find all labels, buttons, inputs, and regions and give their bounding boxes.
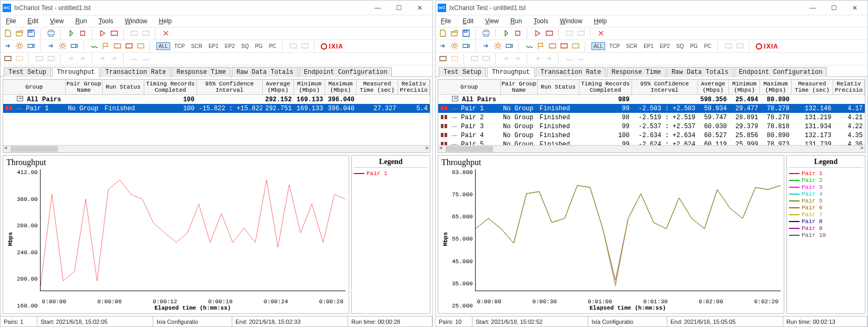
g10-icon[interactable]	[142, 54, 151, 64]
filter-tcp[interactable]: TCP	[607, 42, 622, 50]
menu-edit[interactable]: Edit	[461, 16, 475, 26]
menu-help[interactable]: Help	[158, 16, 173, 26]
filter-sq[interactable]: SQ	[674, 42, 686, 50]
horizontal-scrollbar[interactable]	[3, 145, 430, 152]
col-header[interactable]: 95% ConfidenceInterval	[197, 80, 263, 94]
g5-icon[interactable]	[67, 54, 76, 64]
filter-all[interactable]: ALL	[156, 42, 170, 50]
tab-response-time[interactable]: Response Time	[607, 67, 666, 77]
endpoint-icon[interactable]	[58, 42, 68, 51]
col-header[interactable]: Average(Mbps)	[263, 80, 294, 94]
new-icon[interactable]	[4, 29, 13, 39]
maximize-button[interactable]: ☐	[823, 2, 844, 14]
edit-icon[interactable]	[90, 42, 100, 51]
minimize-button[interactable]: —	[367, 2, 388, 14]
legend-item[interactable]: Pair 1	[789, 170, 863, 177]
extra1-icon[interactable]	[724, 42, 734, 51]
open-icon[interactable]	[15, 29, 25, 39]
clear-icon[interactable]	[597, 29, 606, 39]
run-icon[interactable]	[502, 29, 511, 39]
extra2-icon[interactable]	[736, 42, 745, 51]
flag-icon[interactable]	[537, 42, 546, 51]
g6-icon[interactable]	[514, 54, 523, 64]
menu-window[interactable]: Window	[124, 16, 149, 26]
info-icon[interactable]	[136, 42, 146, 51]
menu-tools[interactable]: Tools	[97, 16, 114, 26]
settings-icon[interactable]	[450, 42, 460, 51]
legend-item[interactable]: Pair 2	[789, 177, 863, 184]
filter-pg[interactable]: PG	[253, 42, 264, 50]
monitor-icon[interactable]	[27, 42, 36, 51]
legend-item[interactable]: Pair 8	[789, 218, 863, 225]
tab-throughput[interactable]: Throughput	[487, 67, 535, 77]
menu-tools[interactable]: Tools	[532, 16, 549, 26]
table-row[interactable]: ⋯⋯ Pair 1 No Group Finished 100 -15.822 …	[3, 104, 430, 113]
open-icon[interactable]	[450, 29, 460, 39]
abort-icon[interactable]	[545, 29, 555, 39]
nav1-icon[interactable]	[439, 42, 448, 51]
link-icon[interactable]	[47, 42, 56, 51]
g3-icon[interactable]	[35, 54, 45, 64]
legend-item[interactable]: Pair 10	[789, 232, 863, 238]
legend-item[interactable]: Pair 9	[789, 225, 863, 232]
tab-transaction-rate[interactable]: Transaction Rate	[101, 67, 171, 77]
col-header[interactable]: Run Status	[103, 80, 144, 94]
g4-icon[interactable]	[47, 54, 56, 64]
extra2-icon[interactable]	[301, 42, 310, 51]
link-icon[interactable]	[482, 42, 491, 51]
info-icon[interactable]	[571, 42, 581, 51]
filter-pc[interactable]: PC	[702, 42, 714, 50]
settings-icon[interactable]	[15, 42, 25, 51]
filter-ep1[interactable]: EP1	[206, 42, 221, 50]
g7-icon[interactable]	[534, 54, 543, 64]
filter-pg[interactable]: PG	[688, 42, 699, 50]
save-icon[interactable]	[462, 29, 471, 39]
abort-icon[interactable]	[110, 29, 120, 39]
tab-endpoint-configuration[interactable]: Endpoint Configuration	[299, 67, 392, 77]
print-icon[interactable]	[47, 29, 56, 39]
endpoint-icon[interactable]	[494, 42, 503, 51]
copy-icon[interactable]	[565, 29, 575, 39]
filter-sq[interactable]: SQ	[239, 42, 251, 50]
stop-icon[interactable]	[78, 29, 88, 39]
pair-icon[interactable]	[505, 42, 515, 51]
legend-item[interactable]: Pair 6	[789, 204, 863, 211]
col-header[interactable]: Average(Mbps)	[698, 80, 729, 94]
pair-icon[interactable]	[70, 42, 80, 51]
box-icon[interactable]	[113, 42, 123, 51]
table-row-allpairs[interactable]: All Pairs 100 292.152 169.133 396.040	[3, 95, 430, 104]
tab-raw-data-totals[interactable]: Raw Data Totals	[232, 67, 298, 77]
col-header[interactable]: Run Status	[538, 80, 579, 94]
filter-ep1[interactable]: EP1	[642, 42, 656, 50]
new-icon[interactable]	[439, 29, 448, 39]
table-row-allpairs[interactable]: All Pairs 989 598.356 25.494 80.890	[438, 95, 865, 104]
g9-icon[interactable]	[130, 54, 140, 64]
paste-icon[interactable]	[142, 29, 151, 39]
maximize-button[interactable]: ☐	[388, 2, 409, 14]
table-row[interactable]: ⋯⋯ Pair 4 No Group Finished 100 -2.634 :…	[438, 131, 865, 140]
marker-icon[interactable]	[125, 42, 134, 51]
col-header[interactable]: Maximum(Mbps)	[325, 80, 356, 94]
menu-file[interactable]: File	[5, 16, 17, 26]
monitor-icon[interactable]	[462, 42, 471, 51]
clear-icon[interactable]	[162, 29, 171, 39]
menu-window[interactable]: Window	[559, 16, 584, 26]
col-header[interactable]: Timing RecordsCompleted	[144, 80, 197, 94]
marker-icon[interactable]	[560, 42, 569, 51]
g2-icon[interactable]	[15, 54, 25, 64]
table-row[interactable]: ⋯⋯ Pair 1 No Group Finished 99 -2.503 : …	[438, 104, 865, 113]
menu-help[interactable]: Help	[593, 16, 608, 26]
col-header[interactable]: Maximum(Mbps)	[760, 80, 791, 94]
g3-icon[interactable]	[470, 54, 480, 64]
col-header[interactable]: Group	[438, 80, 501, 94]
col-header[interactable]: MeasuredTime (sec)	[792, 80, 833, 94]
filter-scr[interactable]: SCR	[624, 42, 639, 50]
close-button[interactable]: ✕	[409, 2, 430, 14]
g2-icon[interactable]	[450, 54, 460, 64]
col-header[interactable]: RelativPrecisio	[833, 80, 865, 94]
g1-icon[interactable]	[439, 54, 448, 64]
legend-item[interactable]: Pair 7	[789, 211, 863, 218]
filter-pc[interactable]: PC	[267, 42, 279, 50]
menu-run[interactable]: Run	[509, 16, 523, 26]
play-icon[interactable]	[534, 29, 543, 39]
